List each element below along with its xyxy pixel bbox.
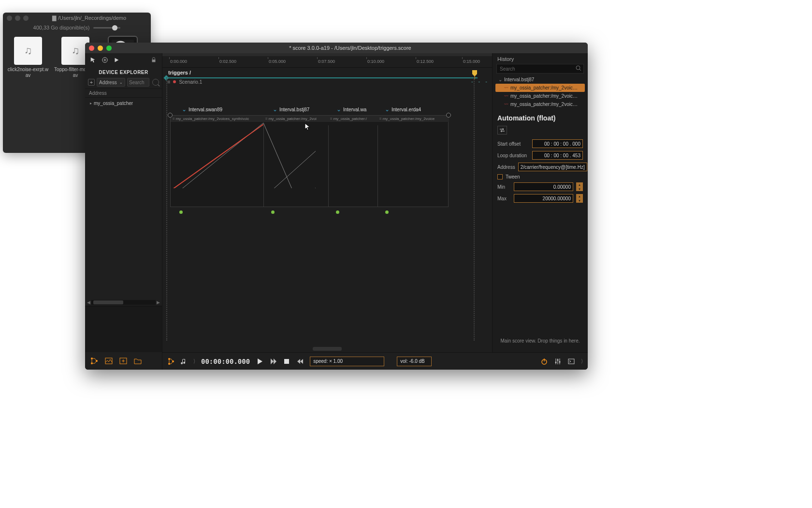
- scroll-right-icon[interactable]: ▶: [157, 300, 160, 305]
- ruler-label: 0:12.500: [417, 59, 434, 64]
- drag-handle-icon[interactable]: ≡: [167, 79, 170, 85]
- event-marker-icon[interactable]: [336, 210, 339, 214]
- close-button[interactable]: [89, 45, 94, 51]
- minimize-button[interactable]: [98, 45, 103, 51]
- start-offset-input[interactable]: 00 : 00 : 00 . 000: [532, 139, 583, 148]
- arrow-tool-icon[interactable]: [90, 57, 97, 63]
- history-item[interactable]: Interval.bstj87: [495, 75, 585, 84]
- window-title: * score 3.0.0-a19 - /Users/jln/Desktop/t…: [289, 45, 411, 51]
- lock-icon[interactable]: [150, 57, 157, 63]
- left-panel: DEVICE EXPLORER + Address ⌄ Search Addre…: [85, 53, 162, 370]
- search-icon[interactable]: [152, 79, 159, 86]
- finder-max-dot[interactable]: [23, 15, 29, 21]
- interval-title[interactable]: Interval.wa: [336, 105, 366, 113]
- device-tree[interactable]: my_ossia_patcher: [85, 98, 162, 299]
- stop-button[interactable]: [283, 358, 290, 365]
- automation-header[interactable]: my_ossia_patcher:/: [328, 116, 377, 122]
- scroll-thumb[interactable]: [313, 347, 342, 351]
- timecode: 00:00:00.000: [201, 358, 250, 365]
- add-device-button[interactable]: +: [88, 79, 95, 86]
- scenario-name: Scenario.1: [179, 79, 202, 85]
- tween-checkbox[interactable]: Tween: [497, 174, 583, 179]
- end-time-marker[interactable]: [472, 70, 478, 79]
- add-tool-icon[interactable]: [102, 57, 108, 63]
- branch-icon[interactable]: [90, 357, 99, 365]
- finder-titlebar[interactable]: ▇ /Users/jln/_Recordings/demo: [3, 13, 151, 23]
- event-marker-icon[interactable]: [179, 210, 183, 214]
- interval-start-node[interactable]: [168, 113, 173, 118]
- finder-icon-size-slider[interactable]: [93, 27, 120, 29]
- add-panel-icon[interactable]: [119, 357, 128, 365]
- scroll-left-icon[interactable]: ◀: [87, 300, 90, 305]
- address-mode-label: Address: [99, 80, 117, 85]
- breadcrumb[interactable]: triggers /: [162, 68, 492, 77]
- finder-close-dot[interactable]: [7, 15, 12, 21]
- folder-icon[interactable]: [133, 357, 142, 365]
- timeline[interactable]: Interval.swan89 Interval.bstj87 Interval…: [170, 105, 457, 207]
- left-lower-panel: [85, 306, 162, 352]
- loop-duration-input[interactable]: 00 : 00 : 00 . 453: [532, 151, 583, 160]
- scroll-track[interactable]: [91, 300, 156, 305]
- play-button[interactable]: [256, 358, 263, 365]
- minimap[interactable]: [162, 53, 492, 56]
- rewind-button[interactable]: [296, 358, 304, 365]
- loop-duration-label: Loop duration: [497, 153, 529, 158]
- interval-title[interactable]: Interval.erda4: [385, 105, 421, 113]
- svg-line-9: [580, 69, 581, 71]
- scroll-thumb[interactable]: [93, 300, 123, 304]
- folder-icon: ▇: [52, 15, 56, 21]
- root-interval-bar[interactable]: [166, 77, 478, 78]
- address-input[interactable]: 2/carrier/frequency@[time.Hz]: [518, 163, 587, 171]
- tree-header: Address: [85, 89, 162, 98]
- history-item[interactable]: 〰my_ossia_patcher:/my_2voic…: [495, 92, 585, 100]
- interval-title[interactable]: Interval.swan89: [182, 105, 222, 113]
- loop-toggle-button[interactable]: [497, 126, 507, 134]
- finder-item[interactable]: ♫ click2noise-exrpt.wav: [7, 37, 49, 79]
- automation-header[interactable]: my_ossia_patcher:/my_2voice: [377, 116, 449, 122]
- score-titlebar[interactable]: * score 3.0.0-a19 - /Users/jln/Desktop/t…: [85, 43, 588, 53]
- console-icon[interactable]: [567, 358, 575, 365]
- tree-item[interactable]: my_ossia_patcher: [88, 100, 159, 107]
- play-tool-icon[interactable]: [113, 57, 120, 63]
- music-note-icon[interactable]: [180, 358, 188, 365]
- event-marker-icon[interactable]: [271, 210, 275, 214]
- score-window: * score 3.0.0-a19 - /Users/jln/Desktop/t…: [85, 43, 588, 370]
- center-canvas[interactable]: 0:00.000 0:02.500 0:05.000 0:07.500 0:10…: [162, 53, 492, 352]
- event-marker-icon[interactable]: [385, 210, 389, 214]
- interval-title[interactable]: Interval.bstj87: [273, 105, 309, 113]
- automation-curves[interactable]: [171, 116, 316, 188]
- chevron-down-icon: ⌄: [119, 80, 123, 85]
- min-input[interactable]: 0.00000: [514, 182, 573, 191]
- volume-input[interactable]: vol: -6.0 dB: [397, 357, 432, 366]
- tree-item-label: my_ossia_patcher: [94, 101, 133, 106]
- history-item[interactable]: 〰my_ossia_patcher:/my_2voic…: [495, 84, 585, 92]
- power-button[interactable]: [540, 358, 548, 365]
- finder-path: ▇ /Users/jln/_Recordings/demo: [52, 15, 126, 21]
- svg-point-21: [559, 361, 561, 362]
- address-mode-select[interactable]: Address ⌄: [97, 78, 125, 87]
- zoom-button[interactable]: [106, 45, 112, 51]
- history-item[interactable]: 〰my_ossia_patcher:/my_2voic…: [495, 100, 585, 108]
- tree-h-scrollbar[interactable]: ◀ ▶: [85, 299, 162, 306]
- image-icon[interactable]: [104, 357, 113, 365]
- max-label: Max: [497, 196, 511, 201]
- finder-min-dot[interactable]: [15, 15, 20, 21]
- left-toolbar: [85, 53, 162, 67]
- transport-bar: ⟩ 00:00:00.000 speed: × 1.00 vol: -6.0 d…: [162, 352, 588, 370]
- play-all-button[interactable]: [269, 358, 277, 365]
- max-stepper[interactable]: ▲▼: [576, 194, 583, 203]
- max-input[interactable]: 20000.00000: [514, 194, 573, 203]
- time-ruler[interactable]: 0:00.000 0:02.500 0:05.000 0:07.500 0:10…: [162, 53, 492, 68]
- speed-input[interactable]: speed: × 1.00: [310, 357, 384, 366]
- address-search-input[interactable]: Search: [127, 78, 149, 87]
- ruler-label: 0:07.500: [318, 59, 335, 64]
- mixer-icon[interactable]: [554, 358, 562, 365]
- git-branch-icon[interactable]: [167, 358, 175, 365]
- scenario-header[interactable]: ≡ Scenario.1: [162, 77, 492, 86]
- start-marker-line: [166, 77, 167, 341]
- interval-end-node[interactable]: [446, 113, 451, 118]
- history-search-input[interactable]: Search: [496, 64, 584, 74]
- center-h-scrollbar[interactable]: [162, 345, 492, 352]
- mouse-cursor-icon: [304, 123, 310, 131]
- min-stepper[interactable]: ▲▼: [576, 182, 583, 191]
